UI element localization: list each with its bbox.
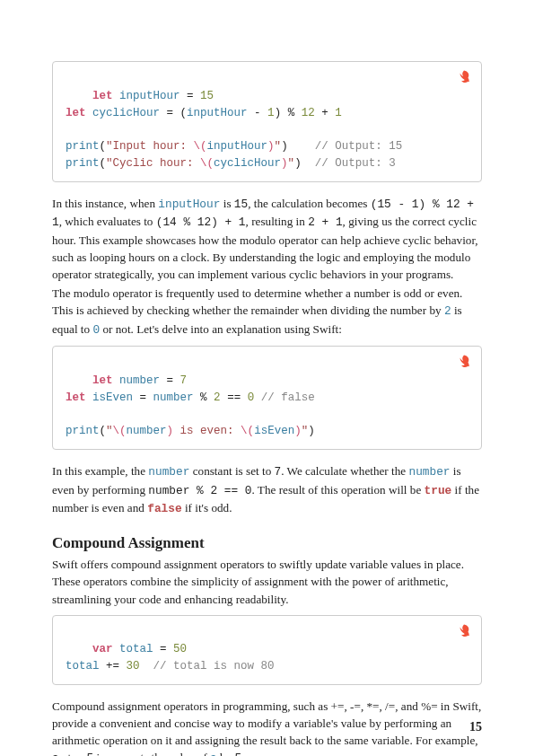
swift-icon [456,69,472,92]
code-token: \( [200,157,214,170]
inline-code: false [147,502,181,515]
code-token: " [106,425,113,437]
code-token: \( [194,140,207,153]
code-token: print [66,425,100,437]
code-token: "Input hour: [106,140,194,153]
inline-code: a [210,752,217,756]
code-token: let [66,391,86,404]
code-token: 1 [267,107,275,119]
text: . The result of this operation will be [252,483,425,497]
code-token: ) [308,425,315,437]
code-token: ) % [275,107,302,119]
code-token: print [66,140,100,153]
code-token: let [92,90,113,102]
code-token: ) [281,157,288,170]
code-token: " [288,157,295,170]
code-token: 30 [127,660,140,672]
code-token: \( [113,425,127,437]
code-token: isEven [92,391,133,404]
code-token: inputHour [187,107,248,119]
code-token: + [315,107,336,119]
text: . [241,751,244,756]
text: , the calculation becomes [248,197,371,210]
text: In this example, the [52,464,148,478]
code-token: isEven [254,425,294,437]
inline-code: number [408,465,450,479]
code-token: = [187,90,200,102]
code-token: ) [294,157,315,170]
paragraph-modulo-odd-even: The modulo operator is frequently used t… [52,285,482,338]
code-token: ( [100,425,107,437]
code-token: total [119,643,153,655]
code-token: cyclicHour [92,107,160,119]
text: The modulo operator is frequently used t… [52,286,462,317]
code-token: var [92,643,113,655]
code-token: number [127,425,167,437]
code-token: number [119,374,160,387]
code-token: inputHour [207,140,268,153]
inline-code: 2 + 1 [308,215,342,229]
inline-code: 15 [234,198,248,211]
text: In this instance, when [52,197,158,210]
text: increments the value of [93,751,210,756]
code-token: \( [241,425,254,437]
code-block-iseven: let number = 7 let isEven = number % 2 =… [52,346,482,450]
code-token: is even: [173,425,241,437]
code-token: let [92,374,113,387]
code-token: ( [100,157,107,170]
code-token: cyclicHour [214,157,281,170]
code-token: ) [167,425,174,437]
code-token: let [66,107,86,119]
text: , which evaluates to [59,215,156,228]
code-token: " [275,140,282,153]
code-token: total [66,660,100,672]
code-token: "Cyclic hour: [106,157,200,170]
code-token: = [160,643,173,655]
heading-compound-assignment: Compound Assignment [52,532,482,555]
text: , resulting in [246,215,309,228]
text: Compound assignment operators in program… [52,699,481,747]
inline-code: (14 % 12) + 1 [156,215,246,229]
code-token: 2 [214,391,221,404]
code-token: 50 [173,643,187,655]
page-content: let inputHour = 15 let cyclicHour = (inp… [0,0,534,756]
code-token: 1 [335,107,342,119]
inline-code: a += 5 [52,752,93,756]
code-token: number [153,391,194,404]
code-token: ( [100,140,107,153]
inline-code: number % 2 == 0 [148,484,251,497]
inline-code: inputHour [158,198,220,211]
code-token: 12 [302,107,315,119]
code-token: ) [294,425,302,437]
paragraph-compound-explain: Compound assignment operators in program… [52,698,482,756]
code-token: print [66,157,100,170]
text: constant is set to [189,464,274,478]
code-token: = [140,391,153,404]
code-token: // total is now 80 [140,660,275,672]
paragraph-compound-intro: Swift offers compound assignment operato… [52,556,482,607]
text: . We calculate whether the [281,464,408,478]
paragraph-iseven-explain: In this example, the number constant is … [52,462,482,518]
code-token: += [100,660,127,672]
inline-code: number [148,465,189,479]
text: if it's odd. [182,501,232,514]
code-token: 7 [180,374,188,387]
code-token: ) [281,140,315,153]
code-block-cyclic: let inputHour = 15 let cyclicHour = (inp… [52,61,482,182]
swift-icon [456,354,472,376]
code-token: = [167,374,180,387]
inline-code: 2 [444,304,451,318]
swift-icon [456,623,472,646]
code-token: ) [267,140,275,153]
page-number: 15 [469,718,482,736]
code-token: inputHour [119,90,180,102]
code-token: = ( [167,107,188,119]
code-block-compound: var total = 50 total += 30 // total is n… [52,615,482,685]
code-token: // Output: 3 [315,157,396,170]
text: is [220,197,233,210]
text: by [217,751,235,756]
code-token: // false [254,391,315,404]
code-token: 15 [200,90,214,102]
code-token: % [194,391,214,404]
inline-code: true [425,484,452,497]
